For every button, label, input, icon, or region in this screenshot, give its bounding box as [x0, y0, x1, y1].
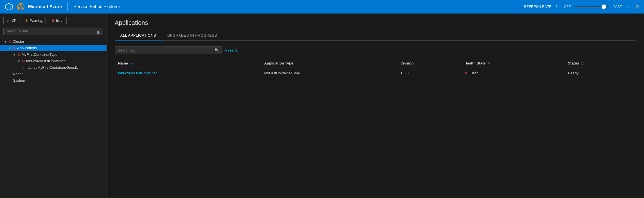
tree-item-nodes[interactable]: › Nodes	[0, 71, 107, 77]
table-header: Name ▲ Application Type Version Health S…	[115, 59, 636, 68]
search-cluster-wrap: 🔍	[0, 28, 107, 38]
svg-line-7	[21, 6, 22, 8]
applications-label: Applications	[17, 46, 37, 50]
svg-text:⬡: ⬡	[8, 5, 11, 9]
status-buttons: ✔ OK ⚠ Warning ✖ Error	[0, 17, 107, 28]
ok-button[interactable]: ✔ OK	[3, 17, 19, 24]
tree: ▼ ⊗ Cluster ▼ ⊗ Applications ▼ ⊗ MyFirst…	[0, 38, 107, 195]
search-cluster-icon: 🔍	[96, 31, 101, 35]
myfirstcontainertype-label: MyFirstContainerType	[22, 52, 57, 57]
chevron-system: ›	[8, 79, 12, 82]
myfirstcontainer-label: fabric:/MyFirstContainer	[26, 59, 65, 63]
refresh-icon[interactable]: ↻	[626, 4, 631, 10]
refresh-rate-label: REFRESH RATE	[524, 5, 552, 9]
topbar-right: REFRESH RATE 2s OFF FAST ↻ ⚙	[524, 4, 640, 10]
settings-icon[interactable]: ⚙	[635, 4, 640, 10]
error-icon: ✖	[51, 18, 55, 23]
page-title: Applications	[115, 19, 636, 26]
chevron-nodes: ›	[8, 72, 12, 76]
reset-all-button[interactable]: Reset All	[225, 48, 239, 52]
service-fabric-icon	[17, 3, 25, 11]
warning-icon: ⚠	[25, 18, 28, 23]
cluster-label: Cluster	[13, 39, 24, 44]
chevron-applications: ▼	[8, 46, 12, 50]
tree-item-myfirstcontainertype[interactable]: ▼ ⊗ MyFirstContainerType	[0, 51, 107, 58]
tree-item-system[interactable]: › System	[0, 77, 107, 84]
sort-icon: ▲	[130, 62, 133, 65]
col-status[interactable]: Status ▽	[564, 59, 636, 68]
svg-line-6	[19, 6, 21, 8]
refresh-rate-value: 2s	[556, 5, 559, 9]
cluster-error-icon: ⊗	[8, 39, 12, 44]
tabs: ALL APPLICATIONS UPGRADES IN PROGRESS	[115, 31, 636, 41]
tree-item-guest1[interactable]: › fabric:/MyFirstContainer/Guest1	[0, 64, 107, 71]
tab-all-applications[interactable]: ALL APPLICATIONS	[115, 31, 162, 41]
azure-logo-icon: ⬡	[4, 2, 13, 11]
refresh-off-label: OFF	[564, 5, 571, 9]
col-name[interactable]: Name ▲	[115, 59, 261, 68]
health-error-label: Error	[469, 71, 478, 75]
search-list-icon: 🔍	[214, 48, 219, 53]
brand-label: Microsoft Azure	[28, 4, 62, 9]
tree-item-myfirstcontainer[interactable]: ▼ ⊗ fabric:/MyFirstContainer	[0, 58, 107, 64]
refresh-slider[interactable]	[575, 6, 609, 7]
slider-thumb[interactable]	[602, 5, 606, 9]
col-application-type: Application Type	[261, 59, 397, 68]
col-version: Version	[397, 59, 461, 68]
error-label: Error	[56, 19, 64, 23]
health-error-icon: ⊗	[464, 71, 468, 75]
status-filter-icon: ▽	[581, 62, 584, 65]
tree-item-applications[interactable]: ▼ ⊗ Applications	[0, 45, 107, 51]
cell-status: Ready	[564, 68, 636, 78]
myfirstcontainertype-error-icon: ⊗	[17, 52, 21, 57]
chevron-cluster: ▼	[3, 40, 7, 43]
svg-point-3	[20, 4, 22, 6]
cell-version: 1.0.0	[397, 68, 461, 78]
chevron-guest1: ›	[21, 66, 25, 69]
nodes-label: Nodes	[13, 72, 24, 76]
topbar-divider	[67, 2, 68, 11]
chevron-myfirstcontainer: ▼	[17, 59, 21, 63]
topbar: ⬡ Microsoft Azure Service Fabric Explore…	[0, 0, 644, 14]
search-cluster-input[interactable]	[3, 28, 103, 35]
system-label: System	[13, 78, 25, 83]
health-filter-icon: ▽	[488, 62, 490, 65]
search-list-wrap: 🔍 Reset All	[115, 46, 636, 54]
app-name-link[interactable]: fabric:/MyFirstContainer	[118, 71, 157, 75]
health-error-wrap: ⊗ Error	[464, 71, 561, 75]
main-layout: ✔ OK ⚠ Warning ✖ Error 🔍 ▼ ⊗ Cluster	[0, 14, 644, 198]
tree-item-cluster[interactable]: ▼ ⊗ Cluster	[0, 38, 107, 45]
col-health-state[interactable]: Health State ▽	[461, 59, 564, 68]
refresh-fast-label: FAST	[613, 5, 622, 9]
table-row: fabric:/MyFirstContainer MyFirstContaine…	[115, 68, 636, 78]
table-body: fabric:/MyFirstContainer MyFirstContaine…	[115, 68, 636, 78]
error-button[interactable]: ✖ Error	[48, 17, 67, 24]
cell-name: fabric:/MyFirstContainer	[115, 68, 261, 78]
guest1-label: fabric:/MyFirstContainer/Guest1	[26, 65, 78, 70]
warning-label: Warning	[30, 19, 42, 23]
ok-icon: ✔	[6, 18, 10, 23]
search-list-input-wrap: 🔍	[115, 46, 222, 54]
ok-label: OK	[12, 19, 16, 23]
tab-upgrades-in-progress[interactable]: UPGRADES IN PROGRESS	[162, 31, 223, 41]
cell-application-type: MyFirstContainerType	[261, 68, 397, 78]
cell-health-state: ⊗ Error	[461, 68, 564, 78]
table-header-row: Name ▲ Application Type Version Health S…	[115, 59, 636, 68]
myfirstcontainer-error-icon: ⊗	[22, 59, 25, 63]
topbar-title: Service Fabric Explorer	[73, 4, 120, 9]
sidebar: ✔ OK ⚠ Warning ✖ Error 🔍 ▼ ⊗ Cluster	[0, 14, 107, 198]
content: Applications ALL APPLICATIONS UPGRADES I…	[107, 14, 644, 198]
warning-button[interactable]: ⚠ Warning	[22, 17, 46, 24]
chevron-myfirstcontainertype: ▼	[12, 53, 16, 56]
applications-table: Name ▲ Application Type Version Health S…	[115, 59, 636, 78]
search-list-input[interactable]	[115, 46, 222, 54]
applications-error-icon: ⊗	[13, 46, 16, 50]
